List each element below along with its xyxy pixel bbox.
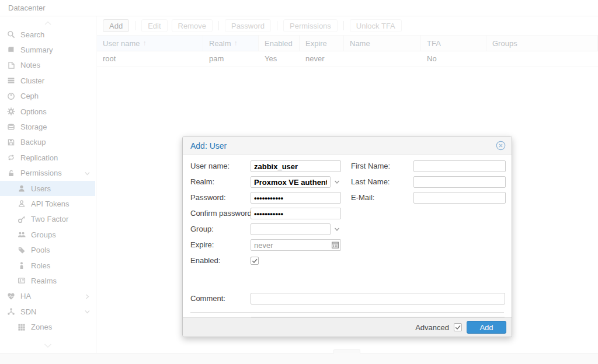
advanced-checkbox[interactable] [454, 323, 462, 331]
add-user-dialog: Add: User User name: First Name: Realm: … [182, 136, 512, 337]
dialog-add-button[interactable]: Add [467, 321, 506, 334]
advanced-separator [190, 312, 504, 313]
advanced-label: Advanced [415, 323, 449, 332]
chevron-down-icon[interactable] [333, 178, 341, 186]
close-icon[interactable] [496, 141, 506, 150]
dialog-body: User name: First Name: Realm: Proxmox VE… [183, 155, 512, 317]
first-name-label: First Name: [351, 160, 390, 172]
enabled-label: Enabled: [190, 255, 220, 267]
expire-field [251, 239, 341, 251]
checkmark-icon [251, 257, 258, 264]
password-label: Password: [190, 192, 226, 204]
realm-label: Realm: [190, 176, 214, 188]
realm-select[interactable]: Proxmox VE authentica [251, 176, 341, 188]
group-select-value [251, 223, 331, 235]
chevron-down-icon[interactable] [333, 226, 341, 233]
username-input[interactable] [251, 160, 341, 172]
realm-value-text: Proxmox VE authentica [254, 178, 327, 187]
dialog-title: Add: User [190, 141, 227, 150]
first-name-input[interactable] [413, 160, 506, 172]
calendar-icon[interactable] [331, 241, 339, 249]
password-input[interactable] [251, 192, 341, 204]
last-name-label: Last Name: [351, 176, 390, 188]
confirm-password-input[interactable] [251, 208, 341, 219]
comment-label: Comment: [190, 293, 225, 304]
username-label: User name: [190, 160, 230, 172]
email-input[interactable] [413, 192, 506, 204]
expire-label: Expire: [190, 239, 214, 251]
enabled-checkbox[interactable] [251, 257, 259, 265]
group-select[interactable] [251, 223, 341, 235]
last-name-input[interactable] [413, 176, 506, 188]
expire-input[interactable] [251, 239, 341, 251]
email-label: E-Mail: [351, 192, 374, 204]
group-label: Group: [190, 223, 214, 235]
comment-input[interactable] [251, 293, 505, 304]
proxmox-app: Datacenter Search Summary Notes Cluster [0, 0, 598, 364]
confirm-password-label: Confirm password: [190, 208, 253, 219]
checkmark-icon [454, 324, 461, 331]
dialog-header[interactable]: Add: User [183, 136, 512, 155]
realm-select-value: Proxmox VE authentica [251, 176, 331, 188]
dialog-footer: Advanced Add [183, 317, 512, 337]
